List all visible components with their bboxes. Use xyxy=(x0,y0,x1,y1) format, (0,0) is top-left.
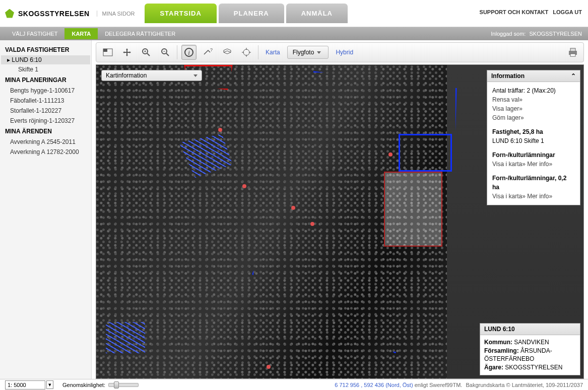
svg-point-12 xyxy=(243,49,249,55)
collapse-icon[interactable]: ⌃ xyxy=(571,72,576,80)
info-panel: Information ⌃ Antal träffar: 2 (Max:20) … xyxy=(487,70,580,205)
sidebar-heading-plans: MINA PLANERINGAR xyxy=(1,74,90,86)
agare-value: SKOGSSTYRELSEN xyxy=(505,364,562,371)
sidebar-plan-item[interactable]: Storfallet-1-120227 xyxy=(1,106,90,116)
fullextent-icon[interactable] xyxy=(100,45,115,60)
bottom-bar: ▾ Genomskinlighet: 6 712 956 , 592 436 (… xyxy=(0,379,588,390)
svg-line-3 xyxy=(147,53,150,56)
info-panel-header[interactable]: Information ⌃ xyxy=(487,70,580,82)
hatched-area xyxy=(106,322,145,353)
login-status: Inloggad som: SKOGSSTYRELSEN xyxy=(491,31,582,37)
scale-dropdown-icon[interactable]: ▾ xyxy=(46,380,53,389)
map-credit: Bakgrundskarta © Lantmäteriet, 109-2011/… xyxy=(466,382,583,388)
property-panel-body: Kommun: SANDVIKEN Församling: ÅRSUNDA-ÖS… xyxy=(480,335,580,375)
support-link[interactable]: SUPPORT OCH KONTAKT xyxy=(480,9,549,15)
scale-select[interactable] xyxy=(5,380,45,389)
svg-rect-1 xyxy=(103,49,107,52)
svg-text:?: ? xyxy=(210,48,213,52)
login-prefix: Inloggad som: xyxy=(491,31,526,37)
map-canvas[interactable]: Kartinformation Information ⌃ Antal träf… xyxy=(96,64,584,379)
gom-lager-link[interactable]: Göm lager» xyxy=(492,114,524,121)
slider-thumb[interactable] xyxy=(114,381,119,388)
opacity-slider[interactable] xyxy=(108,383,139,387)
view-hybrid-link[interactable]: Hybrid xyxy=(333,49,356,56)
login-user: SKOGSSTYRELSEN xyxy=(529,31,582,37)
tab-startsida[interactable]: STARTSIDA xyxy=(145,4,216,23)
logout-link[interactable]: LOGGA UT xyxy=(553,9,582,15)
sidebar-plan-item[interactable]: Fäbofallet-1-111213 xyxy=(1,96,90,106)
projection: enligt Sweref99TM. xyxy=(415,382,463,388)
kommun-label: Kommun: xyxy=(484,339,512,346)
info-icon[interactable]: i xyxy=(181,45,197,60)
svg-rect-18 xyxy=(570,48,575,51)
zoom-in-icon[interactable] xyxy=(139,45,154,60)
sidebar-heading-cases: MINA ÄRENDEN xyxy=(1,126,90,137)
brand-name: SKOGSSTYRELSEN xyxy=(18,10,90,18)
info-sec2-links[interactable]: Visa i karta» Mer info» xyxy=(492,161,552,168)
logo-icon xyxy=(5,9,14,18)
selection-box xyxy=(384,172,442,247)
sidebar-plan-item[interactable]: Bengts hygge-1-100617 xyxy=(1,86,90,96)
brand-section: MINA SIDOR xyxy=(97,11,135,17)
svg-rect-19 xyxy=(570,54,575,56)
kommun-value: SANDVIKEN xyxy=(514,339,549,346)
kartinformation-dropdown[interactable]: Kartinformation xyxy=(101,70,202,81)
property-panel: LUND 6:10 Kommun: SANDVIKEN Församling: … xyxy=(480,323,580,375)
zoom-out-icon[interactable] xyxy=(158,45,173,60)
sidebar-case-item[interactable]: Avverkning A 12782-2000 xyxy=(1,147,90,157)
target-icon[interactable] xyxy=(239,45,254,60)
forsamling-label: Församling: xyxy=(484,347,519,354)
subtab-karta[interactable]: KARTA xyxy=(64,28,98,39)
tab-anmala[interactable]: ANMÄLA xyxy=(286,4,348,23)
info-sec2-title: Forn-/kulturlämningar xyxy=(492,150,575,160)
chevron-down-icon xyxy=(193,74,198,77)
tab-planera[interactable]: PLANERA xyxy=(219,4,284,23)
coord-e: 592 436 xyxy=(364,382,384,388)
sidebar: VALDA FASTIGHETER ▸ LUND 6:10 Skifte 1 M… xyxy=(0,40,92,379)
info-hits: Antal träffar: 2 (Max:20) xyxy=(492,86,575,95)
info-sec1-title: Fastighet, 25,8 ha xyxy=(492,127,575,136)
view-karta-link[interactable]: Karta xyxy=(263,49,283,56)
layers-icon[interactable] xyxy=(220,45,235,60)
rensa-link[interactable]: Rensa val» xyxy=(492,96,522,103)
agare-label: Ägare: xyxy=(484,364,503,371)
info-sec1-sub: LUND 6:10 Skifte 1 xyxy=(492,136,575,145)
sidebar-case-item[interactable]: Avverkning A 2545-2011 xyxy=(1,137,90,147)
map-area: i ? Karta Flygfoto Hybrid xyxy=(92,40,588,379)
info-sec3-links[interactable]: Visa i karta» Mer info» xyxy=(492,193,552,200)
logo-area: SKOGSSTYRELSEN MINA SIDOR xyxy=(5,9,135,18)
subtab-valj[interactable]: VÄLJ FASTIGHET xyxy=(5,28,64,39)
view-flygfoto-button[interactable]: Flygfoto xyxy=(287,46,329,59)
info-sec3-title: Forn-/kulturlämningar, 0,2 ha xyxy=(492,174,575,192)
kartinfo-label: Kartinformation xyxy=(106,72,147,79)
active-property-label: LUND 6:10 xyxy=(12,56,41,63)
top-right-links: SUPPORT OCH KONTAKT LOGGA UT xyxy=(480,9,582,15)
map-toolbar: i ? Karta Flygfoto Hybrid xyxy=(96,42,584,62)
coordinates: 6 712 956 , 592 436 (Nord, Öst) enligt S… xyxy=(335,382,583,388)
visa-lager-link[interactable]: Visa lager» xyxy=(492,105,522,112)
coord-dir: (Nord, Öst) xyxy=(385,382,413,388)
pan-icon[interactable] xyxy=(119,45,135,60)
content: VALDA FASTIGHETER ▸ LUND 6:10 Skifte 1 M… xyxy=(0,40,588,379)
main-tabs: STARTSIDA PLANERA ANMÄLA xyxy=(145,4,348,23)
parcel-boundary xyxy=(399,134,452,172)
marker-dot xyxy=(242,184,246,188)
print-icon[interactable] xyxy=(567,47,578,58)
opacity-label: Genomskinlighet: xyxy=(62,382,105,388)
property-panel-title: LUND 6:10 xyxy=(480,324,580,335)
chevron-down-icon xyxy=(317,51,321,54)
subtab-delegera[interactable]: DELEGERA RÄTTIGHETER xyxy=(98,28,182,39)
flygfoto-label: Flygfoto xyxy=(293,49,314,56)
coord-n: 6 712 956 xyxy=(335,382,359,388)
sidebar-plan-item[interactable]: Everts röjning-1-120327 xyxy=(1,116,90,126)
toolbar-separator xyxy=(177,45,177,59)
info-title: Information xyxy=(491,72,525,80)
toolbar-separator xyxy=(258,45,258,59)
sidebar-active-property[interactable]: ▸ LUND 6:10 xyxy=(1,55,90,64)
sidebar-heading-properties: VALDA FASTIGHETER xyxy=(1,44,90,55)
svg-text:i: i xyxy=(188,49,190,56)
sidebar-property-part[interactable]: Skifte 1 xyxy=(1,64,90,74)
top-bar: SKOGSSTYRELSEN MINA SIDOR STARTSIDA PLAN… xyxy=(0,0,588,27)
svg-line-7 xyxy=(166,53,169,56)
measure-icon[interactable]: ? xyxy=(201,45,216,60)
